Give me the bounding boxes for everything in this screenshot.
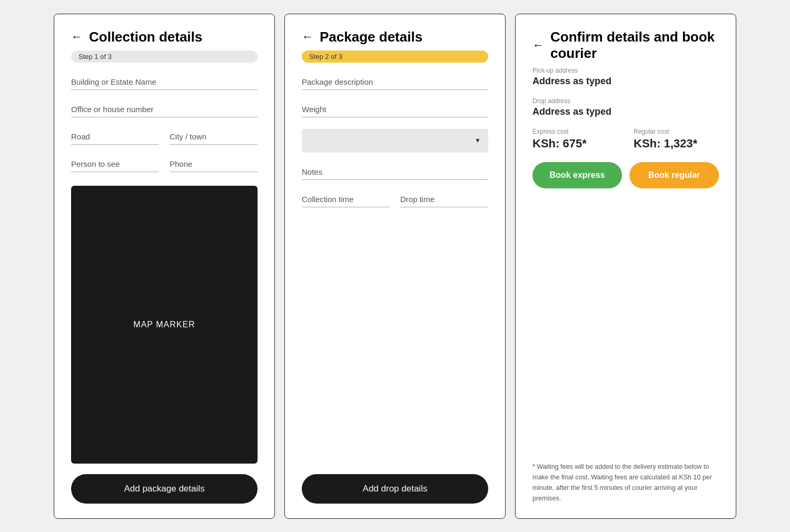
- regular-cost-value: KSh: 1,323*: [634, 137, 719, 150]
- book-buttons-row: Book express Book regular: [532, 162, 719, 188]
- footnote-text: * Waiting fees will be added to the deli…: [532, 461, 719, 504]
- person-field: [71, 156, 159, 172]
- building-input[interactable]: [71, 74, 258, 90]
- pickup-address-section: Pick-up address Address as typed: [532, 67, 719, 87]
- drop-value: Address as typed: [532, 106, 719, 117]
- screen1-title: Collection details: [89, 29, 202, 45]
- notes-input[interactable]: [302, 164, 488, 180]
- back-arrow-icon-3[interactable]: ←: [532, 38, 544, 52]
- drop-address-section: Drop address Address as typed: [532, 97, 719, 117]
- building-field-group: [71, 74, 258, 90]
- map-label: MAP MARKER: [133, 320, 195, 329]
- collection-time-input[interactable]: [302, 192, 390, 207]
- back-arrow-icon[interactable]: ←: [71, 30, 83, 44]
- phone-field: [170, 156, 258, 172]
- pickup-label: Pick-up address: [532, 67, 719, 74]
- drop-time-input[interactable]: [400, 192, 488, 207]
- add-package-details-button[interactable]: Add package details: [71, 474, 258, 504]
- step-badge-2: Step 2 of 3: [302, 51, 488, 63]
- screen3-title: Confirm details and book courier: [550, 29, 719, 62]
- express-cost-label: Express cost: [532, 128, 618, 135]
- phone-input[interactable]: [170, 156, 258, 172]
- time-row: [302, 192, 488, 207]
- weight-field-group: [302, 102, 488, 117]
- drop-time-field: [400, 192, 488, 207]
- office-field: [71, 102, 258, 117]
- road-city-row: [71, 129, 258, 145]
- notes-field-group: [302, 164, 488, 180]
- regular-cost-item: Regular cost KSh: 1,323*: [634, 128, 719, 150]
- weight-field: [302, 102, 488, 117]
- book-express-button[interactable]: Book express: [532, 162, 622, 188]
- screen3-header: ← Confirm details and book courier: [532, 29, 719, 62]
- drop-label: Drop address: [532, 97, 719, 105]
- person-phone-row: [71, 156, 258, 172]
- description-input[interactable]: [302, 74, 488, 90]
- road-input[interactable]: [71, 129, 159, 145]
- office-input[interactable]: [71, 102, 258, 117]
- city-input[interactable]: [170, 129, 258, 145]
- screen-confirm-details: ← Confirm details and book courier Pick-…: [515, 14, 736, 519]
- building-field: [71, 74, 258, 90]
- express-cost-value: KSh: 675*: [532, 137, 618, 150]
- description-field: [302, 74, 488, 90]
- app-container: ← Collection details Step 1 of 3: [54, 14, 736, 519]
- collection-time-field: [302, 192, 390, 207]
- fragile-select-group: Not fragile Slightly fragile Very fragil…: [302, 129, 488, 153]
- step-badge-1: Step 1 of 3: [71, 51, 258, 63]
- add-drop-details-button[interactable]: Add drop details: [302, 474, 488, 504]
- cost-row: Express cost KSh: 675* Regular cost KSh:…: [532, 128, 719, 150]
- fragile-select[interactable]: Not fragile Slightly fragile Very fragil…: [302, 129, 488, 153]
- screen-package-details: ← Package details Step 2 of 3 Not fragil…: [284, 14, 506, 519]
- screen-collection-details: ← Collection details Step 1 of 3: [54, 14, 275, 519]
- pickup-value: Address as typed: [532, 76, 719, 87]
- map-placeholder: MAP MARKER: [71, 186, 258, 464]
- road-field: [71, 129, 159, 145]
- screen2-header: ← Package details: [302, 29, 488, 45]
- back-arrow-icon-2[interactable]: ←: [302, 30, 313, 44]
- office-field-group: [71, 102, 258, 117]
- regular-cost-label: Regular cost: [634, 128, 719, 135]
- person-input[interactable]: [71, 156, 159, 172]
- notes-field: [302, 164, 488, 180]
- screen1-header: ← Collection details: [71, 29, 258, 45]
- city-field: [170, 129, 258, 145]
- weight-input[interactable]: [302, 102, 488, 117]
- express-cost-item: Express cost KSh: 675*: [532, 128, 618, 150]
- description-field-group: [302, 74, 488, 90]
- book-regular-button[interactable]: Book regular: [629, 162, 719, 188]
- screen2-title: Package details: [320, 29, 422, 45]
